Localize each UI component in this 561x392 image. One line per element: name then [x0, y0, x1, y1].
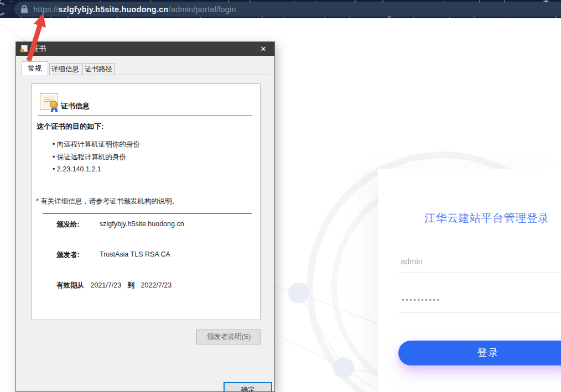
issued-by-value: TrustAsia TLS RSA CA	[100, 250, 170, 258]
ok-button[interactable]: 确定	[224, 382, 272, 392]
url-path: /admin/portal/login	[168, 5, 236, 14]
certificate-info-panel: 证书信息 这个证书的目的如下: 向远程计算机证明你的身份 保证远程计算机的身份 …	[31, 83, 261, 320]
tab-strip-divider	[20, 75, 271, 75]
browser-logo-partial-icon	[0, 2, 7, 15]
issued-to-label: 颁发给:	[56, 220, 80, 229]
divider	[43, 213, 252, 214]
password-mask: ••••••••••	[402, 296, 441, 304]
valid-from-date: 2021/7/23	[90, 281, 121, 289]
url-text: https://szlgfybjy.h5site.huodong.cn/admi…	[33, 5, 236, 14]
certificate-large-icon	[40, 93, 62, 112]
url-host: szlgfybjy.h5site.huodong.cn	[58, 5, 168, 14]
issued-to-value: szlgfybjy.h5site.huodong.cn	[100, 220, 184, 228]
purpose-heading: 这个证书的目的如下:	[37, 122, 103, 132]
valid-to-date: 2022/7/23	[141, 281, 172, 289]
browser-top-bar: https://szlgfybjy.h5site.huodong.cn/admi…	[0, 0, 561, 18]
issuer-statement-button[interactable]: 颁发者说明(S)	[196, 330, 261, 344]
purpose-item: 2.23.140.1.2.1	[53, 165, 101, 173]
purpose-item: 保证远程计算机的身份	[53, 153, 126, 162]
divider	[38, 116, 252, 116]
address-bar[interactable]: https://szlgfybjy.h5site.huodong.cn/admi…	[14, 2, 561, 17]
issuer-note: * 有关详细信息，请参考证书颁发机构的说明。	[36, 197, 179, 206]
close-icon[interactable]: ✕	[252, 42, 274, 56]
purpose-item: 向远程计算机证明你的身份	[53, 140, 140, 149]
stars-decoration	[0, 0, 1, 1]
validity-label: 有效期从	[56, 281, 84, 289]
certificate-dialog: 证书 ✕ 常规 详细信息 证书路径 证书信息 这个证书的目的如下: 向远程计算机…	[15, 41, 275, 392]
annotation-arrow	[17, 10, 61, 65]
tab-certification-path[interactable]: 证书路径	[82, 63, 115, 75]
username-input[interactable]: admin	[398, 252, 561, 273]
validity-to-label: 到	[128, 281, 135, 289]
certificate-info-heading: 证书信息	[61, 101, 90, 111]
username-value: admin	[401, 257, 423, 266]
issued-by-label: 颁发者:	[56, 250, 80, 260]
password-input[interactable]: ••••••••••	[398, 292, 561, 313]
login-card: 江华云建站平台管理登录 admin •••••••••• 登录	[378, 169, 561, 392]
validity-row: 有效期从 2021/7/23 到 2022/7/23	[56, 281, 176, 290]
login-button[interactable]: 登录	[398, 341, 561, 365]
login-title: 江华云建站平台管理登录	[424, 211, 561, 226]
screen: https://szlgfybjy.h5site.huodong.cn/admi…	[0, 0, 561, 392]
